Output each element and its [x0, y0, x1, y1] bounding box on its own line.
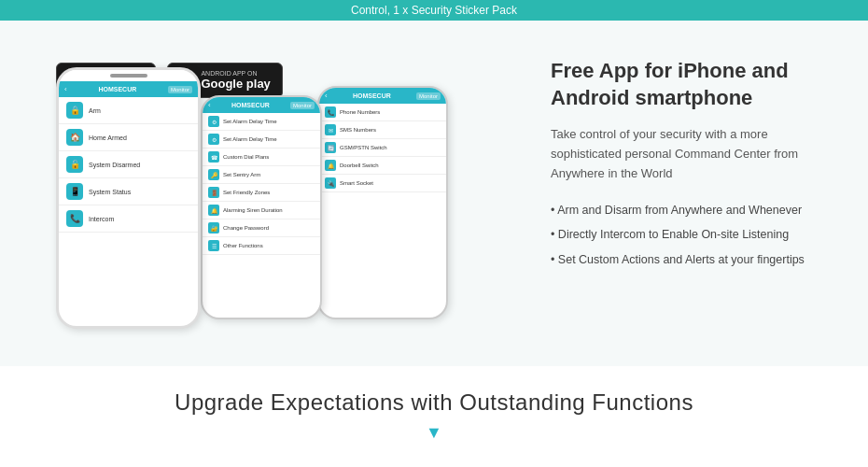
right-item-2: ✉ SMS Numbers	[319, 121, 446, 139]
mid-label-7: Change Password	[223, 225, 269, 231]
right-label-5: Smart Socket	[340, 180, 373, 186]
right-icon-2: ✉	[325, 124, 336, 135]
feature-item-2: • Directly Intercom to Enable On-site Li…	[551, 222, 831, 248]
intercom-icon: 📞	[66, 210, 83, 227]
mid-label-1: Set Alarm Delay Time	[223, 119, 277, 124]
mid-label-8: Other Functions	[223, 243, 263, 248]
right-item-1: 📞 Phone Numbers	[319, 104, 446, 121]
right-label-2: SMS Numbers	[340, 127, 376, 133]
feature-item-3: • Set Custom Actions and Alerts at your …	[551, 248, 831, 273]
feature-list: • Arm and Disarm from Anywhere and Whene…	[551, 198, 831, 273]
bottom-section: Upgrade Expectations with Outstanding Fu…	[0, 366, 868, 452]
mid-label-5: Set Friendly Zones	[223, 190, 270, 195]
mid-label-6: Alarming Siren Duration	[223, 207, 283, 213]
menu-item-disarm: 🔓 System Disarmed	[59, 151, 198, 178]
phone-notch	[59, 70, 198, 81]
mid-item-5: 🚪 Set Friendly Zones	[203, 184, 320, 202]
mid-item-4: 🔑 Set Sentry Arm	[203, 166, 320, 184]
phone-main: ‹ HOMSECUR Monitor 🔒 Arm 🏠 Home Armed 🔓 …	[56, 67, 201, 329]
arm-label: Arm	[89, 107, 101, 114]
right-icon-1: 📞	[325, 106, 336, 118]
back-arrow-icon: ‹	[64, 85, 67, 93]
menu-item-arm: 🔒 Arm	[59, 97, 198, 124]
home-label: Home Armed	[89, 134, 127, 141]
right-icon-4: 🔔	[325, 160, 336, 171]
notch-bar	[110, 74, 147, 78]
menu-item-status: 📱 System Status	[59, 178, 198, 205]
phone-mid: ‹ HOMSECUR Monitor ⚙ Set Alarm Delay Tim…	[201, 95, 322, 319]
mid-item-6: 🔔 Alarming Siren Duration	[203, 202, 320, 219]
right-monitor: Monitor	[416, 92, 441, 100]
monitor-label: Monitor	[168, 86, 192, 93]
feature-item-1: • Arm and Disarm from Anywhere and Whene…	[551, 198, 831, 223]
home-icon: 🏠	[66, 129, 83, 146]
mid-label-3: Custom Dial Plans	[223, 154, 269, 160]
googleplay-top-label: ANDROID APP ON	[201, 70, 270, 77]
mid-icon-8: ☰	[208, 240, 219, 251]
phone-mid-header: ‹ HOMSECUR Monitor	[203, 97, 320, 113]
top-banner: Control, 1 x Security Sticker Pack	[0, 0, 868, 21]
mid-icon-4: 🔑	[208, 169, 219, 180]
right-brand: HOMSECUR	[353, 92, 391, 99]
intercom-label: Intercom	[89, 216, 114, 222]
mid-item-2: ⚙ Set Alarm Delay Time	[203, 131, 320, 149]
disarm-label: System Disarmed	[89, 162, 140, 168]
app-title: Free App for iPhone and Android smartpho…	[551, 58, 831, 111]
right-label-1: Phone Numbers	[340, 109, 380, 115]
googleplay-name: Google play	[201, 77, 270, 92]
mid-label-4: Set Sentry Arm	[223, 172, 260, 177]
right-item-5: 🔌 Smart Socket	[319, 175, 446, 192]
menu-item-home: 🏠 Home Armed	[59, 124, 198, 151]
mid-icon-3: ☎	[208, 151, 219, 163]
right-icon-5: 🔌	[325, 177, 336, 189]
mid-item-1: ⚙ Set Alarm Delay Time	[203, 113, 320, 131]
phone-right: ‹ HOMSECUR Monitor 📞 Phone Numbers ✉ SMS…	[317, 86, 448, 319]
content-area: Free App for iPhone and Android smartpho…	[523, 49, 831, 273]
arm-icon: 🔒	[66, 102, 83, 119]
phone-brand: HOMSECUR	[98, 86, 136, 92]
bottom-title: Upgrade Expectations with Outstanding Fu…	[0, 389, 868, 416]
phone-right-header: ‹ HOMSECUR Monitor	[319, 88, 446, 104]
right-item-4: 🔔 Doorbell Switch	[319, 157, 446, 175]
disarm-icon: 🔓	[66, 156, 83, 173]
mid-icon-1: ⚙	[208, 116, 219, 127]
right-icon-3: 🔄	[325, 142, 336, 153]
app-description: Take control of your security with a mor…	[551, 125, 831, 183]
menu-item-intercom: 📞 Intercom	[59, 205, 198, 233]
mid-icon-6: 🔔	[208, 205, 219, 216]
mid-icon-7: 🔐	[208, 222, 219, 234]
bottom-arrow-icon: ▼	[0, 423, 868, 443]
mid-brand: HOMSECUR	[231, 102, 270, 108]
right-item-3: 🔄 GSM/PSTN Switch	[319, 139, 446, 157]
googleplay-text: ANDROID APP ON Google play	[201, 70, 270, 92]
mid-item-8: ☰ Other Functions	[203, 237, 320, 255]
main-section: ‹ HOMSECUR Monitor 🔒 Arm 🏠 Home Armed 🔓 …	[0, 21, 868, 366]
mid-back-arrow: ‹	[208, 101, 211, 109]
mid-label-2: Set Alarm Delay Time	[223, 136, 277, 142]
phone-main-header: ‹ HOMSECUR Monitor	[59, 81, 198, 97]
right-label-4: Doorbell Switch	[340, 163, 379, 168]
right-back-arrow: ‹	[325, 92, 328, 100]
status-label: System Status	[89, 189, 131, 195]
status-icon: 📱	[66, 183, 83, 200]
right-label-3: GSM/PSTN Switch	[340, 145, 387, 150]
phones-area: ‹ HOMSECUR Monitor 🔒 Arm 🏠 Home Armed 🔓 …	[37, 49, 523, 347]
mid-monitor: Monitor	[290, 102, 315, 109]
mid-icon-2: ⚙	[208, 134, 219, 145]
mid-item-7: 🔐 Change Password	[203, 219, 320, 237]
mid-icon-5: 🚪	[208, 187, 219, 198]
banner-text: Control, 1 x Security Sticker Pack	[351, 4, 517, 17]
mid-item-3: ☎ Custom Dial Plans	[203, 149, 320, 166]
